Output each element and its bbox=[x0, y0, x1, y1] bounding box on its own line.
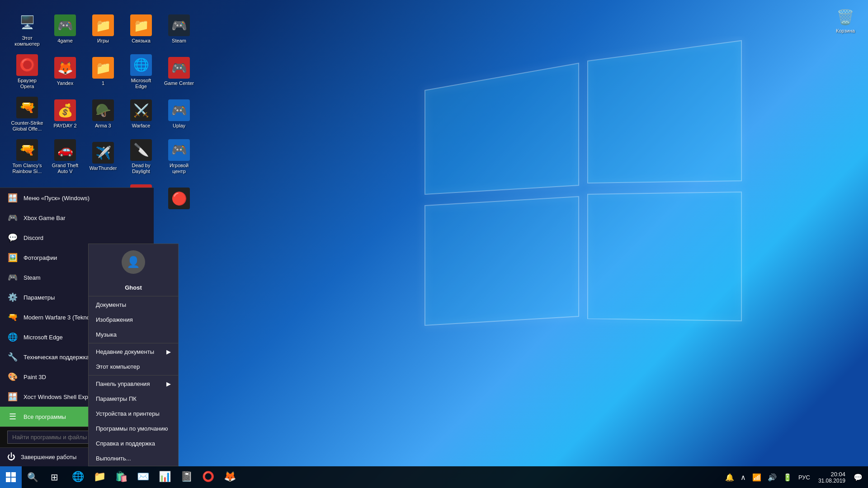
icon-label-4game: 4game bbox=[57, 38, 73, 44]
tray-chevron-icon[interactable]: ∧ bbox=[739, 472, 748, 483]
desktop: 🖥️ Этот компьютер 🎮 4game 📁 Игры 📁 Связь… bbox=[0, 0, 868, 488]
context-item-arrow-6: ▶ bbox=[166, 380, 171, 387]
user-avatar: 👤 bbox=[122, 250, 145, 274]
context-item-9[interactable]: Программы по умолчанию bbox=[89, 421, 178, 436]
desktop-icon-warface[interactable]: ⚔️ Warface bbox=[123, 94, 159, 135]
tray-clock[interactable]: 20:04 31.08.2019 bbox=[815, 471, 849, 484]
desktop-icon-rainbow-six[interactable]: 🔫 Tom Clancy's Rainbow Si... bbox=[9, 136, 45, 177]
start-menu-label-settings: Параметры bbox=[24, 294, 55, 301]
icon-image-steam-desktop: 🎮 bbox=[168, 14, 190, 36]
taskbar: 🔍 ⊞ 🌐📁🛍️✉️📊📓⭕🦊 🔔 ∧ 📶 🔊 🔋 РУС 20:04 31.08… bbox=[0, 466, 868, 488]
desktop-icon-igrovoy-center[interactable]: 🎮 Игровой центр bbox=[161, 136, 197, 177]
context-item-7[interactable]: Параметры ПК bbox=[89, 391, 178, 406]
icon-image-igrovoy-center: 🎮 bbox=[168, 139, 190, 161]
context-item-label-4: Недавние документы bbox=[96, 348, 154, 355]
opera-taskbar-btn[interactable]: ⭕ bbox=[197, 466, 219, 488]
icon-label-warthunder: WarThunder bbox=[90, 165, 117, 171]
desktop-icon-warthunder[interactable]: ✈️ WarThunder bbox=[85, 136, 121, 177]
context-item-label-8: Устройства и принтеры bbox=[96, 410, 160, 417]
context-item-label-2: Изображения bbox=[96, 316, 133, 323]
search-taskbar-button[interactable]: 🔍 bbox=[22, 466, 43, 488]
icon-image-gta5: 🚗 bbox=[54, 139, 76, 161]
icon-label-arma3: Arma 3 bbox=[95, 123, 111, 129]
task-view-button[interactable]: ⊞ bbox=[43, 466, 65, 488]
desktop-icon-game-center[interactable]: 🎮 Game Center bbox=[161, 52, 197, 92]
power-icon: ⏻ bbox=[7, 452, 15, 462]
icon-image-dead-daylight: 🔪 bbox=[130, 139, 152, 161]
desktop-icon-opera-browser[interactable]: ⭕ Браузер Opera bbox=[9, 52, 45, 92]
icon-image-folder1: 📁 bbox=[92, 57, 114, 79]
desktop-icon-4game[interactable]: 🎮 4game bbox=[47, 9, 83, 50]
recycle-bin-icon[interactable]: 🗑️ Корзина bbox=[827, 5, 863, 35]
desktop-icon-steam-desktop[interactable]: 🎮 Steam bbox=[161, 9, 197, 50]
context-item-1[interactable]: Документы bbox=[89, 297, 178, 312]
context-item-11[interactable]: Выполнить... bbox=[89, 451, 178, 466]
tray-time-value: 20:04 bbox=[818, 471, 845, 478]
excel-taskbar-btn[interactable]: 📊 bbox=[154, 466, 175, 488]
icon-image-csgo: 🔫 bbox=[16, 97, 38, 118]
onenote-taskbar-btn[interactable]: 📓 bbox=[175, 466, 197, 488]
tray-volume-icon[interactable]: 🔊 bbox=[766, 472, 778, 483]
system-tray: 🔔 ∧ 📶 🔊 🔋 РУС 20:04 31.08.2019 💬 bbox=[720, 471, 868, 484]
context-item-label-5: Этот компьютер bbox=[96, 363, 140, 370]
tray-lang-label[interactable]: РУС bbox=[797, 474, 812, 481]
edge-taskbar-btn[interactable]: 🌐 bbox=[67, 466, 89, 488]
icon-label-ms-edge1: Microsoft Edge bbox=[125, 78, 157, 89]
icon-image-igry: 📁 bbox=[92, 14, 114, 36]
start-button[interactable] bbox=[0, 466, 22, 488]
desktop-icon-arma3[interactable]: 🪖 Arma 3 bbox=[85, 94, 121, 135]
windows-logo-icon bbox=[6, 472, 16, 482]
desktop-icon-igry[interactable]: 📁 Игры bbox=[85, 9, 121, 50]
context-item-2[interactable]: Изображения bbox=[89, 312, 178, 327]
svg-marker-5 bbox=[588, 41, 741, 183]
yandex-taskbar-btn[interactable]: 🦊 bbox=[219, 466, 241, 488]
start-menu-item-xbox[interactable]: 🎮 Xbox Game Bar bbox=[0, 208, 154, 228]
svg-marker-4 bbox=[425, 63, 579, 194]
context-item-label-10: Справка и поддержка bbox=[96, 440, 155, 447]
mail-taskbar-btn[interactable]: ✉️ bbox=[132, 466, 154, 488]
start-menu-icon-photos: 🖼️ bbox=[7, 252, 18, 263]
context-item-label-7: Параметры ПК bbox=[96, 395, 137, 402]
icon-label-rainbow-six: Tom Clancy's Rainbow Si... bbox=[11, 163, 43, 174]
icon-label-game-center: Game Center bbox=[164, 80, 194, 86]
start-menu-label-start-label: Меню «Пуск» (Windows) bbox=[24, 195, 90, 202]
start-menu-label-steam-menu: Steam bbox=[24, 274, 41, 281]
start-menu-icon-xbox: 🎮 bbox=[7, 212, 18, 223]
desktop-icon-dead-daylight[interactable]: 🔪 Dead by Daylight bbox=[123, 136, 159, 177]
tray-network-icon[interactable]: 📶 bbox=[750, 472, 763, 483]
desktop-icon-gta5[interactable]: 🚗 Grand Theft Auto V bbox=[47, 136, 83, 177]
desktop-icon-this-pc[interactable]: 🖥️ Этот компьютер bbox=[9, 9, 45, 50]
context-item-5[interactable]: Этот компьютер bbox=[89, 359, 178, 374]
context-item-6[interactable]: Панель управления ▶ bbox=[89, 376, 178, 391]
start-menu-item-start-label[interactable]: 🪟 Меню «Пуск» (Windows) bbox=[0, 188, 154, 208]
start-menu-label-ms-edge2: Microsoft Edge bbox=[24, 334, 63, 341]
explorer-taskbar-btn[interactable]: 📁 bbox=[89, 466, 110, 488]
desktop-icon-payday2[interactable]: 💰 PAYDAY 2 bbox=[47, 94, 83, 135]
context-item-label-9: Программы по умолчанию bbox=[96, 425, 168, 432]
windows-logo-bg bbox=[380, 36, 787, 375]
store-taskbar-btn[interactable]: 🛍️ bbox=[110, 466, 132, 488]
icon-image-uplay: 🎮 bbox=[168, 99, 190, 121]
context-item-4[interactable]: Недавние документы ▶ bbox=[89, 344, 178, 359]
tray-action-center-icon[interactable]: 💬 bbox=[852, 472, 864, 483]
icon-image-payday2: 💰 bbox=[54, 99, 76, 121]
start-menu-icon-start-label: 🪟 bbox=[7, 192, 18, 203]
desktop-icon-ms-edge1[interactable]: 🌐 Microsoft Edge bbox=[123, 52, 159, 92]
desktop-icon-uplay[interactable]: 🎮 Uplay bbox=[161, 94, 197, 135]
context-item-8[interactable]: Устройства и принтеры bbox=[89, 406, 178, 421]
start-menu-icon-paint3d: 🎨 bbox=[7, 371, 18, 382]
start-menu-label-paint3d: Paint 3D bbox=[24, 374, 46, 380]
context-item-10[interactable]: Справка и поддержка bbox=[89, 436, 178, 451]
icon-image-svyazka: 📁 bbox=[130, 14, 152, 36]
tray-notification-icon[interactable]: 🔔 bbox=[723, 472, 736, 483]
icon-image-warthunder: ✈️ bbox=[92, 142, 114, 164]
context-item-3[interactable]: Музыка bbox=[89, 327, 178, 342]
desktop-icon-svyazka[interactable]: 📁 Связька bbox=[123, 9, 159, 50]
desktop-icon-csgo[interactable]: 🔫 Counter-Strike Global Offe... bbox=[9, 94, 45, 135]
desktop-icon-game3[interactable]: 🔴 bbox=[161, 179, 197, 220]
desktop-icon-folder1[interactable]: 📁 1 bbox=[85, 52, 121, 92]
tray-battery-icon[interactable]: 🔋 bbox=[781, 472, 794, 483]
icon-image-game3: 🔴 bbox=[168, 188, 190, 209]
recycle-bin-label: Корзина bbox=[836, 28, 855, 33]
desktop-icon-yandex[interactable]: 🦊 Yandex bbox=[47, 52, 83, 92]
